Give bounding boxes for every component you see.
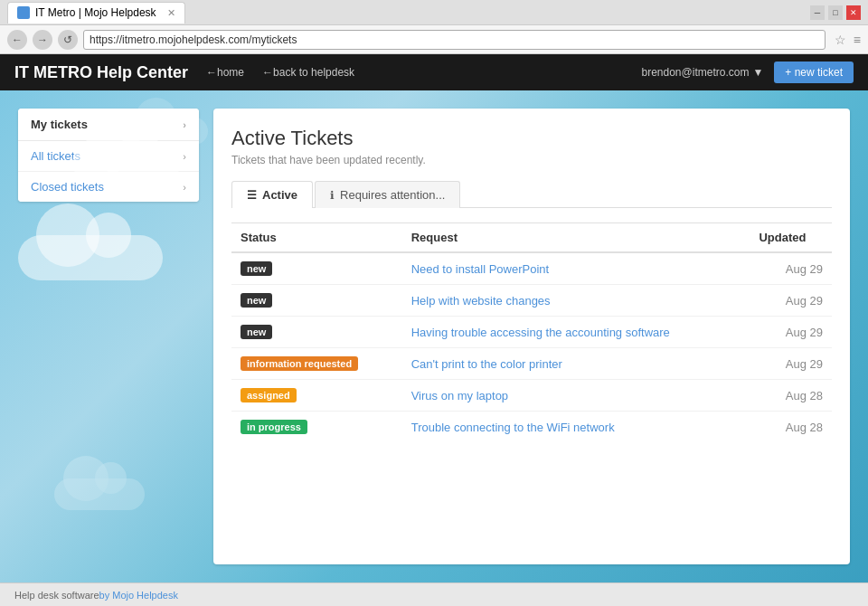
ticket-request-cell: Help with website changes [402, 285, 750, 317]
table-row: in progressTrouble connecting to the WiF… [231, 412, 832, 443]
ticket-link[interactable]: Can't print to the color printer [411, 357, 562, 371]
browser-tab[interactable]: IT Metro | Mojo Helpdesk ✕ [7, 2, 185, 24]
tab-favicon [17, 6, 30, 19]
window-controls: ─ □ ✕ [810, 5, 861, 20]
status-badge: in progress [241, 420, 307, 434]
ticket-status-cell: new [231, 285, 402, 317]
col-header-request: Request [402, 223, 750, 253]
ticket-updated-cell: Aug 29 [750, 252, 832, 285]
ticket-link[interactable]: Virus on my laptop [411, 389, 508, 402]
nav-back-helpdesk[interactable]: ←back to helpdesk [262, 66, 354, 79]
table-row: assignedVirus on my laptopAug 28 [231, 380, 832, 412]
main-content: SoftwareSuggest.com My tickets › All tic… [0, 90, 868, 582]
back-button[interactable]: ← [7, 30, 27, 50]
close-button[interactable]: ✕ [846, 5, 861, 20]
ticket-request-cell: Need to install PowerPoint [402, 252, 750, 285]
ticket-status-cell: in progress [231, 412, 402, 443]
ticket-status-cell: assigned [231, 380, 402, 412]
ticket-status-cell: new [231, 317, 402, 348]
ticket-link[interactable]: Help with website changes [411, 294, 551, 308]
col-header-updated: Updated [750, 223, 832, 253]
app-header: IT METRO Help Center ←home ←back to help… [0, 54, 868, 90]
tab-close-button[interactable]: ✕ [167, 7, 175, 19]
cloud-decoration-4 [127, 118, 208, 145]
ticket-updated-cell: Aug 29 [750, 285, 832, 317]
cloud-decoration-1 [72, 145, 181, 181]
ticket-table: Status Request Updated newNeed to instal… [231, 223, 832, 442]
status-badge: new [241, 325, 272, 339]
sidebar-item-chevron-icon: › [183, 182, 186, 193]
page-title: Active Tickets [231, 127, 832, 150]
tab-attention-icon: ℹ [330, 189, 335, 202]
status-badge: information requested [241, 356, 358, 371]
ticket-link[interactable]: Having trouble accessing the accounting … [411, 326, 670, 339]
user-info: brendon@itmetro.com ▼ [642, 66, 764, 79]
table-row: newHaving trouble accessing the accounti… [231, 317, 832, 348]
status-badge: new [241, 293, 272, 308]
ticket-link[interactable]: Need to install PowerPoint [411, 262, 549, 276]
maximize-button[interactable]: □ [828, 5, 843, 20]
minimize-button[interactable]: ─ [810, 5, 825, 20]
tabs-bar: ☰ Active ℹ Requires attention... [231, 181, 832, 208]
browser-controls: ← → ↺ ☆ ≡ [0, 25, 868, 54]
col-header-status: Status [231, 223, 402, 253]
tab-active-label: Active [262, 188, 297, 202]
app-title: IT METRO Help Center [14, 63, 188, 82]
status-badge: new [241, 261, 272, 276]
address-bar[interactable] [83, 30, 826, 50]
forward-button[interactable]: → [33, 30, 52, 50]
ticket-updated-cell: Aug 28 [750, 380, 832, 412]
ticket-updated-cell: Aug 28 [750, 412, 832, 443]
ticket-request-cell: Trouble connecting to the WiFi network [402, 412, 750, 443]
cloud-decoration-2 [18, 235, 163, 280]
ticket-updated-cell: Aug 29 [750, 348, 832, 380]
tab-requires-attention[interactable]: ℹ Requires attention... [315, 181, 460, 208]
tab-active[interactable]: ☰ Active [231, 181, 313, 208]
cloud-decoration-3 [54, 478, 145, 510]
user-email: brendon@itmetro.com [642, 66, 750, 79]
ticket-status-cell: new [231, 252, 402, 285]
menu-icon[interactable]: ≡ [854, 33, 861, 47]
table-row: newNeed to install PowerPointAug 29 [231, 252, 832, 285]
ticket-link[interactable]: Trouble connecting to the WiFi network [411, 421, 615, 434]
reload-button[interactable]: ↺ [58, 30, 78, 50]
user-dropdown-icon[interactable]: ▼ [752, 66, 763, 79]
new-ticket-button[interactable]: + new ticket [774, 62, 854, 83]
ticket-status-cell: information requested [231, 348, 402, 380]
app-footer: Help desk software by Mojo Helpdesk [0, 582, 868, 606]
tab-attention-label: Requires attention... [340, 188, 445, 202]
ticket-request-cell: Virus on my laptop [402, 380, 750, 412]
content-panel: Active Tickets Tickets that have been up… [213, 109, 850, 564]
nav-home[interactable]: ←home [206, 66, 244, 79]
sidebar-section-label: My tickets [31, 118, 88, 131]
app-nav: ←home ←back to helpdesk [206, 66, 641, 79]
table-row: newHelp with website changesAug 29 [231, 285, 832, 317]
page-subtitle: Tickets that have been updated recently. [231, 154, 832, 166]
footer-link[interactable]: by Mojo Helpdesk [99, 590, 178, 601]
footer-text: Help desk software [14, 590, 99, 601]
browser-titlebar: IT Metro | Mojo Helpdesk ✕ ─ □ ✕ [0, 0, 868, 25]
sidebar-item-chevron-icon: › [183, 151, 186, 162]
bookmark-icon[interactable]: ☆ [835, 33, 846, 47]
ticket-updated-cell: Aug 29 [750, 317, 832, 348]
tab-active-icon: ☰ [247, 189, 257, 202]
ticket-request-cell: Can't print to the color printer [402, 348, 750, 380]
status-badge: assigned [241, 388, 297, 402]
sidebar-item-label: Closed tickets [31, 180, 104, 194]
table-row: information requestedCan't print to the … [231, 348, 832, 380]
tab-title: IT Metro | Mojo Helpdesk [35, 6, 156, 19]
ticket-request-cell: Having trouble accessing the accounting … [402, 317, 750, 348]
